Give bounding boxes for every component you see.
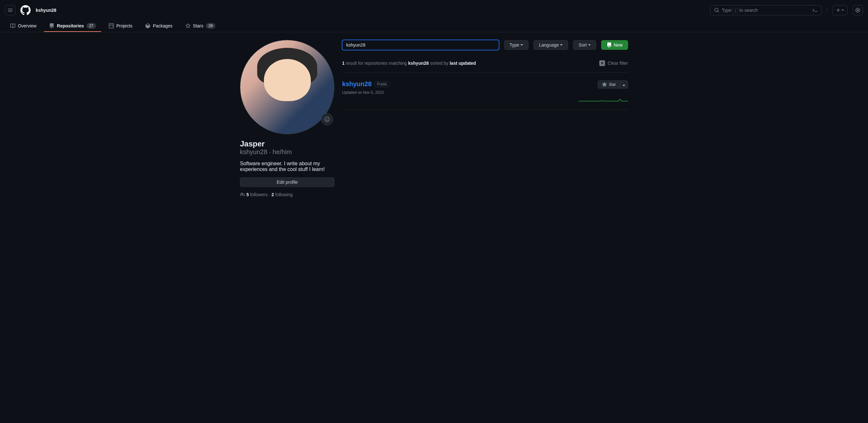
profile-username-row: kshyun28 · he/him	[240, 148, 335, 156]
slash-key-hint: /	[733, 8, 738, 13]
filter-row: Type Language Sort New	[342, 40, 628, 50]
repo-icon	[49, 23, 54, 28]
create-new-button[interactable]	[832, 5, 847, 15]
new-repo-button[interactable]: New	[601, 40, 628, 50]
star-button[interactable]: Star	[598, 80, 620, 89]
plus-icon	[836, 8, 841, 13]
close-icon: ✕	[599, 60, 605, 66]
chevron-down-icon	[841, 9, 844, 11]
sort-filter-button[interactable]: Sort	[573, 40, 596, 50]
issues-button[interactable]	[853, 5, 863, 15]
avatar[interactable]	[240, 40, 335, 134]
set-status-button[interactable]	[321, 113, 333, 125]
header-username[interactable]: kshyun28	[36, 8, 57, 13]
activity-sparkline	[579, 93, 628, 102]
repo-updated-text: Updated on Nov 5, 2023	[342, 90, 579, 95]
tab-overview[interactable]: Overview	[5, 21, 41, 32]
tab-packages-label: Packages	[153, 23, 172, 28]
repo-name-link[interactable]: kshyun28	[342, 80, 371, 88]
search-placeholder-text: Type	[722, 8, 732, 13]
global-header: kshyun28 Type / to search	[0, 0, 868, 21]
search-hint-text: to search	[739, 8, 758, 13]
chevron-down-icon	[588, 44, 591, 45]
tab-packages[interactable]: Packages	[140, 21, 178, 32]
chevron-down-icon	[521, 44, 523, 45]
chevron-down-icon	[560, 44, 563, 45]
issue-icon	[855, 8, 860, 13]
hamburger-icon	[8, 8, 13, 13]
star-icon	[185, 23, 190, 28]
header-divider	[827, 7, 827, 13]
profile-nav-tabs: Overview Repositories 27 Projects Packag…	[0, 21, 868, 32]
tab-projects[interactable]: Projects	[104, 21, 138, 32]
tab-stars-label: Stars	[193, 23, 204, 28]
package-icon	[145, 23, 150, 28]
repo-search-input[interactable]	[342, 40, 499, 50]
results-text: 1 result for repositories matching kshyu…	[342, 61, 476, 66]
profile-separator: ·	[268, 148, 273, 155]
project-icon	[109, 23, 114, 28]
star-button-group: Star	[598, 80, 628, 89]
profile-sidebar: Jasper kshyun28 · he/him Software engine…	[240, 40, 335, 197]
repo-list-item: kshyun28 Public Updated on Nov 5, 2023 S…	[342, 73, 628, 110]
repo-content: Type Language Sort New 1 result for repo…	[342, 40, 628, 197]
github-logo[interactable]	[21, 5, 31, 15]
book-icon	[10, 23, 15, 28]
stat-separator: ·	[269, 192, 270, 197]
chevron-down-icon	[623, 85, 625, 86]
avatar-container	[240, 40, 335, 134]
tab-repositories[interactable]: Repositories 27	[44, 21, 101, 32]
profile-username: kshyun28	[240, 148, 268, 155]
profile-bio: Software engineer. I write about my expe…	[240, 161, 335, 172]
main-content: Jasper kshyun28 · he/him Software engine…	[230, 32, 638, 205]
smiley-icon	[324, 117, 330, 122]
stars-count: 28	[206, 23, 215, 29]
star-icon	[602, 82, 607, 87]
people-icon	[240, 192, 245, 197]
global-search[interactable]: Type / to search	[710, 5, 822, 15]
repo-icon	[607, 42, 612, 47]
svg-point-1	[857, 9, 859, 11]
tab-overview-label: Overview	[18, 23, 36, 28]
profile-pronouns: he/him	[273, 148, 292, 155]
tab-stars[interactable]: Stars 28	[180, 21, 220, 32]
search-icon	[714, 8, 719, 13]
follow-stats: 5 followers · 2 following	[240, 192, 335, 197]
followers-link[interactable]: 5 followers	[246, 192, 268, 197]
hamburger-menu-button[interactable]	[5, 5, 15, 15]
repo-visibility-badge: Public	[374, 82, 390, 87]
edit-profile-button[interactable]: Edit profile	[240, 177, 335, 187]
profile-display-name: Jasper	[240, 139, 335, 148]
clear-filter-button[interactable]: ✕ Clear filter	[599, 60, 628, 66]
tab-projects-label: Projects	[117, 23, 133, 28]
command-palette-icon	[812, 8, 817, 13]
following-link[interactable]: 2 following	[272, 192, 292, 197]
type-filter-button[interactable]: Type	[504, 40, 528, 50]
repositories-count: 27	[87, 23, 96, 29]
tab-repositories-label: Repositories	[57, 23, 84, 28]
results-bar: 1 result for repositories matching kshyu…	[342, 54, 628, 73]
star-dropdown-button[interactable]	[620, 80, 628, 89]
language-filter-button[interactable]: Language	[533, 40, 568, 50]
